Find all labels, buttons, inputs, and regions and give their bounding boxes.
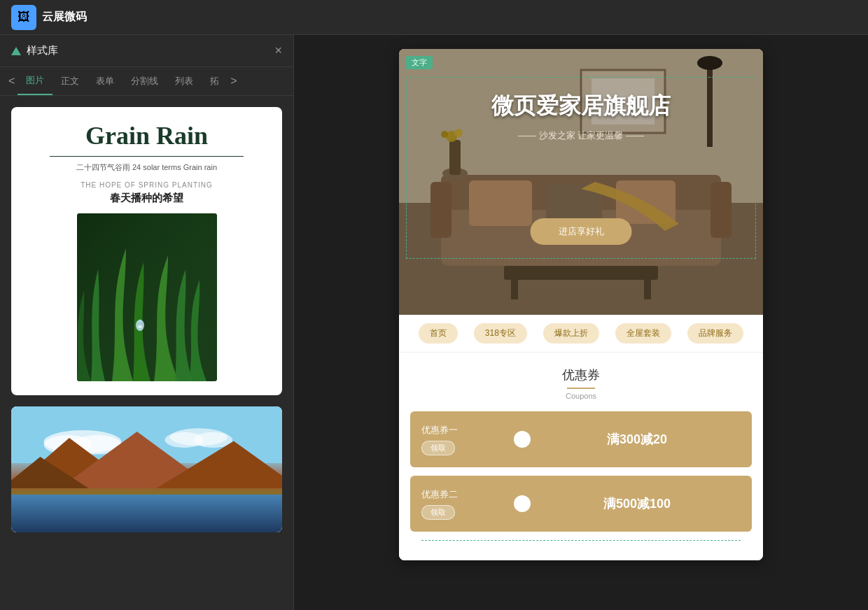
nav-tab-brand[interactable]: 品牌服务	[687, 323, 743, 343]
grain-rain-hope-cn: 春天播种的希望	[25, 192, 268, 205]
grain-rain-hope-en: THE HOPE OF SPRING PLANTING	[25, 181, 268, 189]
hero-title: 微页爱家居旗舰店	[399, 91, 763, 122]
mountain-preview-image	[11, 406, 282, 532]
dashed-divider	[421, 540, 741, 541]
coupon-2-right: 满500减100	[522, 476, 752, 532]
tab-images[interactable]: 图片	[18, 67, 52, 95]
coupon-2-collect-button[interactable]: 领取	[421, 505, 455, 520]
tab-expand[interactable]: 拓	[202, 68, 227, 94]
phone-preview: 文字 微页爱家居旗舰店 —— 沙发之家 让家更温馨 —— 进店享好礼 首页 31…	[399, 49, 763, 560]
nav-tab-home[interactable]: 首页	[419, 323, 458, 343]
hero-enter-button[interactable]: 进店享好礼	[531, 218, 632, 245]
logo-area: 🖼 云展微码	[11, 5, 87, 30]
tab-next-button[interactable]: >	[227, 69, 239, 93]
logo-icon: 🖼	[11, 5, 36, 30]
tab-prev-button[interactable]: <	[6, 69, 18, 93]
tab-form[interactable]: 表单	[88, 68, 122, 94]
tab-list[interactable]: 列表	[167, 68, 202, 94]
panel-title-text: 样式库	[27, 44, 58, 57]
tab-divider[interactable]: 分割线	[122, 68, 167, 94]
grain-rain-line	[50, 156, 244, 157]
coupon-1-left: 优惠券一 领取	[410, 411, 522, 467]
top-bar: 🖼 云展微码	[0, 0, 868, 35]
panel-header: 样式库 ×	[0, 35, 293, 67]
tab-bar: < 图片 正文 表单 分割线 列表 拓 >	[0, 67, 293, 96]
coupon-1-name: 优惠券一	[421, 424, 458, 437]
coupons-section: 优惠券 Coupons 优惠券一 领取 满300减20 优惠券二	[399, 353, 763, 560]
right-panel: 文字 微页爱家居旗舰店 —— 沙发之家 让家更温馨 —— 进店享好礼 首页 31…	[294, 35, 868, 610]
cards-area: Grain Rain 二十四节气谷雨 24 solar terms Grain …	[0, 96, 293, 610]
nav-tab-318[interactable]: 318专区	[474, 323, 527, 343]
coupons-sub: Coupons	[410, 392, 752, 400]
mountain-image	[11, 406, 282, 532]
coupon-2-name: 优惠券二	[421, 488, 458, 501]
grain-rain-subtitle: 二十四节气谷雨 24 solar terms Grain rain	[25, 162, 268, 173]
grain-rain-image	[77, 213, 217, 381]
triangle-icon	[11, 47, 21, 55]
tab-text[interactable]: 正文	[52, 68, 88, 94]
coupon-1-amount: 满300减20	[607, 431, 667, 448]
close-button[interactable]: ×	[274, 43, 282, 58]
panel-title: 样式库	[11, 44, 58, 57]
coupon-2-amount: 满500减100	[603, 495, 671, 512]
hero-banner: 文字 微页爱家居旗舰店 —— 沙发之家 让家更温馨 —— 进店享好礼	[399, 49, 763, 315]
coupon-card-1: 优惠券一 领取 满300减20	[410, 411, 752, 467]
hero-subtitle: —— 沙发之家 让家更温馨 ——	[399, 129, 763, 142]
grain-rain-card[interactable]: Grain Rain 二十四节气谷雨 24 solar terms Grain …	[11, 107, 282, 395]
main-layout: 样式库 × < 图片 正文 表单 分割线 列表 拓 > Grain Rain 二…	[0, 35, 868, 610]
svg-point-3	[138, 325, 142, 328]
grain-rain-title: Grain Rain	[25, 121, 268, 150]
coupon-2-left: 优惠券二 领取	[410, 476, 522, 532]
nav-tab-hot[interactable]: 爆款上折	[543, 323, 599, 343]
coupon-card-2: 优惠券二 领取 满500减100	[410, 476, 752, 532]
left-panel: 样式库 × < 图片 正文 表单 分割线 列表 拓 > Grain Rain 二…	[0, 35, 294, 610]
mountain-card[interactable]	[11, 406, 282, 532]
text-badge: 文字	[406, 56, 433, 69]
nav-tab-fullhouse[interactable]: 全屋套装	[615, 323, 671, 343]
coupon-1-right: 满300减20	[522, 411, 752, 467]
nav-tabs: 首页 318专区 爆款上折 全屋套装 品牌服务	[399, 315, 763, 353]
logo-text: 云展微码	[42, 10, 87, 24]
coupon-1-collect-button[interactable]: 领取	[421, 441, 455, 455]
coupons-title: 优惠券	[410, 367, 752, 389]
